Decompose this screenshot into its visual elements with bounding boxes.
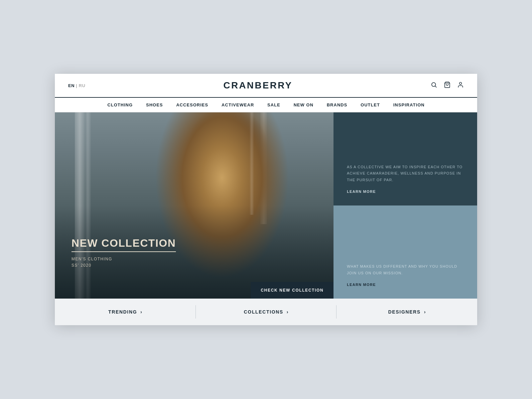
- hero-image: NEW COLLECTION MEN'S CLOTHING SS' 2020 C…: [55, 112, 333, 299]
- nav-item-inspiration[interactable]: INSPIRATION: [393, 102, 425, 107]
- bottom-strip-designers[interactable]: DESIGNERS ›: [336, 299, 477, 325]
- header-actions: [431, 81, 464, 90]
- hero-section: NEW COLLECTION MEN'S CLOTHING SS' 2020 C…: [55, 112, 477, 299]
- search-icon[interactable]: [431, 81, 437, 90]
- nav-item-activewear[interactable]: ACTIVEWEAR: [221, 102, 254, 107]
- nav-item-shoes[interactable]: SHOES: [146, 102, 163, 107]
- collections-chevron-icon: ›: [287, 309, 288, 315]
- lang-ru[interactable]: RU: [79, 83, 85, 88]
- hero-panel-light-text: WHAT MAKES US DIFFERENT AND WHY YOU SHOU…: [347, 263, 464, 277]
- hero-panel-light-link[interactable]: LEARN MORE: [347, 283, 464, 287]
- trending-chevron-icon: ›: [140, 309, 142, 315]
- designers-label: DESIGNERS: [388, 309, 421, 315]
- hero-right-panels: AS A COLLECTIVE WE AIM TO INSPIRE EACH O…: [333, 112, 477, 299]
- language-switcher[interactable]: EN | RU: [68, 83, 85, 88]
- bottom-strip-collections[interactable]: COLLECTIONS ›: [196, 299, 336, 325]
- cta-button[interactable]: CHECK NEW COLLECTION: [251, 282, 333, 299]
- trending-label: TRENDING: [108, 309, 137, 315]
- lang-en[interactable]: EN: [68, 83, 74, 88]
- hero-collection-title: NEW COLLECTION: [71, 237, 176, 252]
- hero-panel-dark-link[interactable]: LEARN MORE: [347, 190, 464, 194]
- cart-icon[interactable]: [444, 81, 451, 90]
- svg-point-0: [432, 82, 436, 86]
- nav-item-sale[interactable]: SALE: [267, 102, 280, 107]
- hero-subtitle-line1: MEN'S CLOTHING: [71, 257, 112, 261]
- browser-window: EN | RU CRANBERRY: [55, 74, 477, 325]
- main-nav: CLOTHING SHOES ACCESORIES ACTIVEWEAR SAL…: [55, 98, 477, 112]
- hero-overlay: [55, 112, 333, 299]
- nav-item-clothing[interactable]: CLOTHING: [107, 102, 133, 107]
- svg-point-3: [460, 82, 462, 84]
- bottom-strip: TRENDING › COLLECTIONS › DESIGNERS ›: [55, 299, 477, 325]
- header: EN | RU CRANBERRY: [55, 74, 477, 98]
- designers-chevron-icon: ›: [424, 309, 426, 315]
- nav-item-brands[interactable]: BRANDS: [327, 102, 347, 107]
- bottom-strip-trending[interactable]: TRENDING ›: [55, 299, 196, 325]
- nav-item-outlet[interactable]: OUTLET: [360, 102, 380, 107]
- collections-label: COLLECTIONS: [244, 309, 283, 315]
- hero-subtitle: MEN'S CLOTHING SS' 2020: [71, 256, 176, 269]
- nav-item-newon[interactable]: NEW ON: [294, 102, 314, 107]
- hero-panel-dark: AS A COLLECTIVE WE AIM TO INSPIRE EACH O…: [333, 112, 477, 205]
- nav-item-accesories[interactable]: ACCESORIES: [176, 102, 208, 107]
- hero-text-block: NEW COLLECTION MEN'S CLOTHING SS' 2020: [71, 237, 176, 269]
- hero-panel-light: WHAT MAKES US DIFFERENT AND WHY YOU SHOU…: [333, 205, 477, 299]
- hero-panel-dark-text: AS A COLLECTIVE WE AIM TO INSPIRE EACH O…: [347, 164, 464, 184]
- hero-subtitle-line2: SS' 2020: [71, 263, 91, 268]
- svg-line-1: [435, 86, 437, 87]
- account-icon[interactable]: [457, 81, 464, 90]
- site-logo: CRANBERRY: [223, 80, 293, 91]
